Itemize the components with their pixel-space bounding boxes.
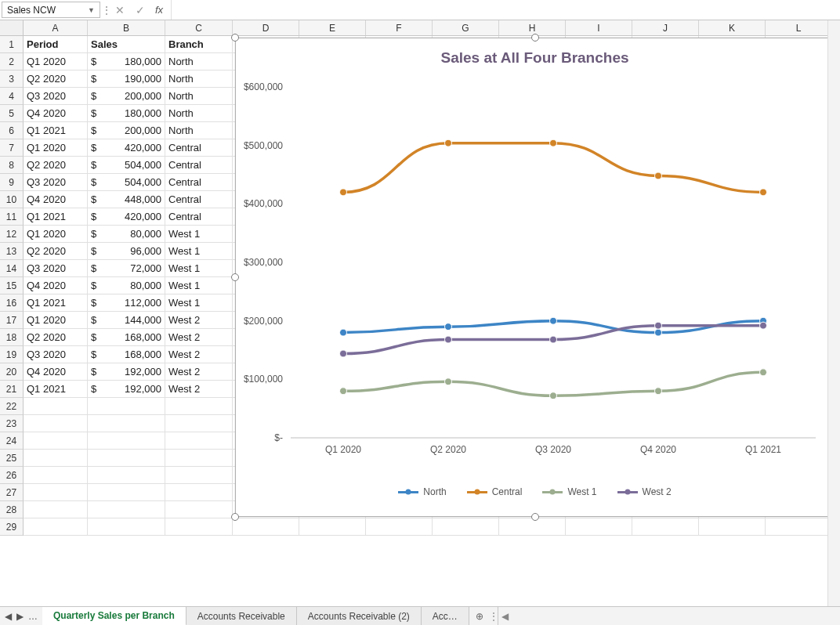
cell[interactable]: Q3 2020: [24, 260, 88, 277]
cell[interactable]: Branch: [165, 36, 233, 53]
cell[interactable]: [499, 518, 566, 536]
row-header[interactable]: 8: [0, 157, 24, 174]
cell[interactable]: [24, 501, 88, 518]
cell[interactable]: Period: [24, 36, 88, 53]
chart-data-point[interactable]: [550, 139, 557, 146]
chart-data-point[interactable]: [655, 329, 662, 336]
sheet-tab[interactable]: Accounts Receivable (2): [297, 607, 422, 625]
column-header[interactable]: D: [233, 20, 299, 35]
column-header[interactable]: F: [366, 20, 433, 35]
cell[interactable]: [24, 484, 88, 501]
resize-handle[interactable]: [531, 34, 539, 42]
cell[interactable]: North: [165, 53, 233, 70]
row-header[interactable]: 10: [0, 191, 24, 208]
confirm-button[interactable]: ✓: [130, 0, 150, 20]
row-header[interactable]: 2: [0, 53, 24, 70]
prev-sheet-button[interactable]: ◀: [5, 611, 12, 622]
resize-handle[interactable]: [531, 513, 539, 521]
cell[interactable]: [165, 484, 233, 501]
cell[interactable]: [632, 518, 699, 536]
cell[interactable]: [24, 450, 88, 467]
legend-item[interactable]: West 2: [617, 486, 672, 497]
column-header[interactable]: B: [88, 20, 165, 35]
cell[interactable]: $192,000: [88, 363, 165, 381]
column-header[interactable]: H: [499, 20, 566, 35]
chart-data-point[interactable]: [655, 322, 662, 329]
cell[interactable]: [24, 432, 88, 450]
cell[interactable]: Q4 2020: [24, 277, 88, 294]
cell[interactable]: [24, 415, 88, 432]
chart-data-point[interactable]: [445, 139, 452, 146]
column-header[interactable]: I: [566, 20, 632, 35]
chart-legend[interactable]: NorthCentralWest 1West 2: [236, 486, 834, 497]
row-header[interactable]: 7: [0, 139, 24, 157]
cell[interactable]: $448,000: [88, 191, 165, 208]
chart-data-point[interactable]: [655, 388, 662, 395]
cell[interactable]: [88, 415, 165, 432]
column-header[interactable]: E: [299, 20, 366, 35]
formula-input[interactable]: [171, 0, 840, 20]
cell[interactable]: $190,000: [88, 70, 165, 88]
row-header[interactable]: 25: [0, 450, 24, 467]
resize-handle[interactable]: [231, 273, 239, 281]
cell[interactable]: West 1: [165, 226, 233, 243]
select-all-corner[interactable]: [0, 20, 24, 35]
column-header[interactable]: C: [165, 20, 233, 35]
cell[interactable]: Q1 2021: [24, 208, 88, 226]
next-sheet-button[interactable]: ▶: [16, 611, 24, 622]
row-header[interactable]: 15: [0, 277, 24, 294]
chart-data-point[interactable]: [445, 323, 452, 331]
cell[interactable]: West 1: [165, 277, 233, 294]
resize-handle[interactable]: [231, 513, 239, 521]
cell[interactable]: North: [165, 105, 233, 122]
name-box[interactable]: Sales NCW ▼: [2, 2, 100, 18]
cell[interactable]: Central: [165, 157, 233, 174]
cell[interactable]: $72,000: [88, 260, 165, 277]
cell[interactable]: North: [165, 122, 233, 139]
cell[interactable]: West 1: [165, 294, 233, 312]
row-header[interactable]: 13: [0, 243, 24, 260]
cell[interactable]: $180,000: [88, 53, 165, 70]
cell[interactable]: [299, 518, 366, 536]
cell[interactable]: [433, 518, 499, 536]
row-header[interactable]: 19: [0, 346, 24, 363]
cell[interactable]: [165, 432, 233, 450]
chart-data-point[interactable]: [340, 388, 347, 395]
row-header[interactable]: 5: [0, 105, 24, 122]
cell[interactable]: $504,000: [88, 174, 165, 191]
legend-item[interactable]: West 1: [542, 486, 596, 497]
legend-item[interactable]: Central: [467, 486, 523, 497]
cell[interactable]: West 1: [165, 260, 233, 277]
cell[interactable]: Q4 2020: [24, 363, 88, 381]
row-header[interactable]: 24: [0, 432, 24, 450]
cell[interactable]: [88, 484, 165, 501]
row-header[interactable]: 14: [0, 260, 24, 277]
cell[interactable]: Sales: [88, 36, 165, 53]
cell[interactable]: $192,000: [88, 381, 165, 398]
row-header[interactable]: 27: [0, 484, 24, 501]
cell[interactable]: [165, 415, 233, 432]
chart-data-point[interactable]: [760, 369, 767, 376]
cell[interactable]: West 2: [165, 363, 233, 381]
cell[interactable]: [88, 450, 165, 467]
cell[interactable]: Q4 2020: [24, 105, 88, 122]
cell[interactable]: [88, 518, 165, 536]
sheet-tab[interactable]: Quarterly Sales per Branch: [42, 607, 186, 625]
chart-data-point[interactable]: [340, 329, 347, 336]
chart-title[interactable]: Sales at All Four Branches: [236, 49, 834, 67]
cell[interactable]: $96,000: [88, 243, 165, 260]
cell[interactable]: Q1 2021: [24, 294, 88, 312]
column-header[interactable]: K: [699, 20, 766, 35]
cell[interactable]: $168,000: [88, 329, 165, 346]
cell[interactable]: [24, 467, 88, 484]
cell[interactable]: $200,000: [88, 122, 165, 139]
sheet-overflow-button[interactable]: …: [28, 611, 38, 622]
chart-plot-area[interactable]: $-$100,000$200,000$300,000$400,000$500,0…: [291, 87, 816, 438]
cell[interactable]: [88, 467, 165, 484]
cell[interactable]: $420,000: [88, 208, 165, 226]
cell[interactable]: Q3 2020: [24, 346, 88, 363]
cell[interactable]: $168,000: [88, 346, 165, 363]
row-header[interactable]: 26: [0, 467, 24, 484]
column-header[interactable]: J: [632, 20, 699, 35]
cell[interactable]: West 1: [165, 243, 233, 260]
